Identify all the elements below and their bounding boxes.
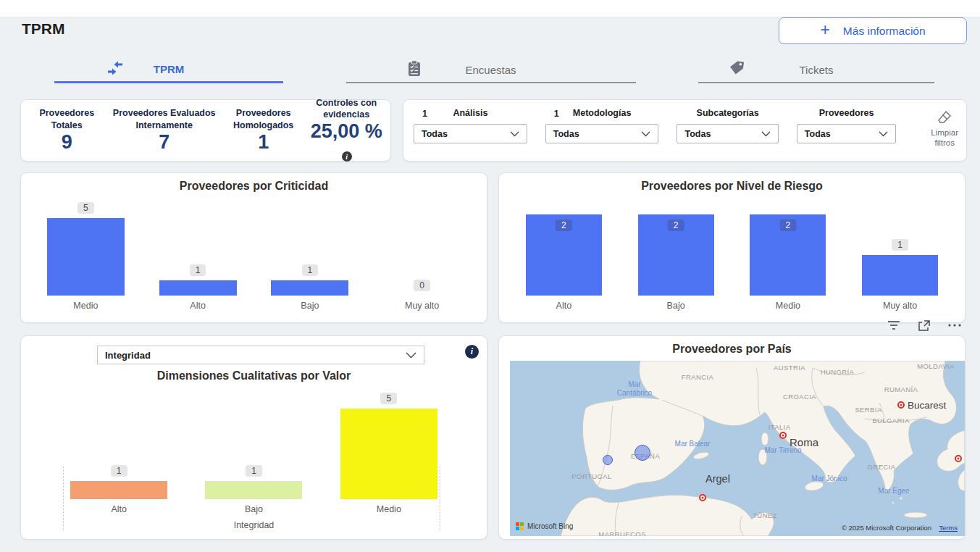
bar[interactable] [47, 218, 125, 296]
bar-data-label: 1 [190, 264, 206, 276]
chart-proveedores-pais: Proveedores por País [498, 335, 966, 540]
kpi-value: 1 [223, 132, 304, 154]
chart-title: Proveedores por País [499, 336, 965, 356]
axis-category-label: Bajo [301, 301, 319, 312]
tab-tprm-label: TPRM [154, 63, 185, 75]
axis-category-label: Alto [111, 504, 127, 516]
metodologias-dropdown[interactable]: Todas [545, 124, 659, 143]
kpi-label: Proveedores Evaluados Internamente [112, 107, 217, 131]
x-axis-title: Integridad [21, 520, 487, 530]
clear-filters-button[interactable]: Limpiar filtros [923, 108, 966, 161]
more-info-label: Más información [843, 25, 926, 38]
region-label: SERBIA [855, 406, 881, 414]
bar-data-label: 1 [111, 465, 127, 477]
sea-label: Mar Jónico [805, 474, 853, 483]
bar-plot: 5Medio1Alto1Bajo0Muy alto [30, 202, 478, 312]
bar-column: 1Alto [51, 465, 186, 516]
region-label: MOLDAVIA [917, 362, 955, 370]
bing-logo: Microsoft Bing [516, 522, 573, 530]
bar[interactable] [159, 280, 237, 296]
kpi-proveedores-evaluados: Proveedores Evaluados Internamente 7 [109, 107, 220, 153]
plus-icon: + [820, 22, 829, 38]
info-icon[interactable]: i [465, 345, 479, 359]
analisis-dropdown[interactable]: Todas [414, 124, 527, 143]
bar-data-label: 1 [246, 465, 262, 477]
dropdown-value: Todas [805, 129, 831, 139]
kpi-label: Proveedores Totales [28, 107, 106, 131]
city-label: Bucarest [908, 400, 946, 411]
region-label: MARRUECOS [598, 530, 645, 537]
chart-dimensiones-cualitativas: Integridad i Dimensiones Cualitativas po… [20, 335, 487, 540]
chevron-down-icon [406, 352, 416, 359]
info-icon[interactable]: i [342, 151, 352, 162]
bar-column: 1Muy alto [844, 239, 956, 312]
bar-data-label: 1 [302, 264, 319, 276]
city-label: Argel [705, 473, 730, 485]
chevron-down-icon [879, 131, 888, 137]
flow-icon [106, 60, 124, 79]
bing-map[interactable]: Mar CantábricoMar BalearMar TirrenoMar J… [510, 361, 965, 536]
region-label: GRECIA [868, 463, 896, 471]
sea-label: Mar Balear [669, 440, 716, 448]
bar[interactable]: 2 [750, 214, 826, 296]
chart-title: Proveedores por Nivel de Riesgo [499, 173, 965, 193]
terms-link[interactable]: Terms [939, 524, 958, 532]
axis-category-label: Muy alto [405, 301, 439, 312]
city-marker [897, 401, 905, 409]
bar-column: 0Muy alto [366, 280, 478, 312]
axis-category-label: Bajo [245, 504, 263, 516]
more-options-button[interactable] [945, 317, 964, 334]
bar[interactable] [70, 481, 167, 499]
kpi-proveedores-homologados: Proveedores Homologados 1 [220, 107, 307, 153]
chevron-down-icon [761, 131, 771, 137]
chart-proveedores-nivel-riesgo: Proveedores por Nivel de Riesgo 2Alto2Ba… [498, 172, 966, 323]
focus-mode-button[interactable] [915, 317, 934, 334]
sea-label: Mar Egeo [870, 487, 918, 495]
bar-column: 2Bajo [620, 214, 732, 312]
subcategorias-dropdown[interactable]: Todas [677, 124, 778, 143]
filter-group-metodologias: 1 Metodologías Todas [545, 108, 659, 161]
bar[interactable] [340, 409, 437, 499]
bar[interactable]: 2 [638, 214, 714, 296]
bar-plot: 2Alto2Bajo2Medio1Muy alto [508, 214, 956, 312]
proveedores-dropdown[interactable]: Todas [797, 124, 897, 143]
visual-hover-toolbar [884, 317, 964, 334]
filter-count: 1 [422, 109, 427, 119]
dropdown-value: Todas [422, 129, 448, 139]
filter-label: Subcategorías [697, 108, 759, 118]
filter-group-proveedores: Proveedores Todas [797, 108, 897, 161]
tab-encuestas[interactable]: Encuestas [346, 57, 636, 83]
bar-data-label: 5 [380, 393, 397, 404]
filter-group-subcategorias: Subcategorías Todas [677, 108, 778, 161]
bar[interactable] [205, 481, 302, 499]
chart-title: Proveedores por Criticidad [21, 173, 487, 193]
clear-filters-label: Limpiar filtros [931, 128, 958, 147]
data-bubble[interactable] [603, 455, 613, 465]
tab-tprm[interactable]: TPRM [54, 57, 283, 83]
tab-tickets[interactable]: Tickets [698, 57, 934, 83]
data-bubble[interactable] [635, 445, 650, 461]
dimension-slicer-dropdown[interactable]: Integridad [97, 346, 424, 364]
bar-data-label: 2 [668, 219, 684, 231]
axis-category-label: Medio [73, 301, 98, 312]
slicer-value: Integridad [105, 350, 151, 361]
bar[interactable] [862, 255, 938, 296]
region-label: FRANCIA [682, 373, 714, 381]
axis-category-label: Alto [556, 301, 572, 312]
bar-column: 1Bajo [254, 264, 367, 312]
bar[interactable]: 2 [526, 214, 602, 296]
chart-proveedores-criticidad: Proveedores por Criticidad 5Medio1Alto1B… [20, 172, 487, 323]
bar-data-label: 2 [556, 219, 572, 231]
kpi-value: 25,00 %i [309, 121, 383, 164]
kpi-value: 9 [28, 132, 106, 154]
bar-data-label: 0 [414, 280, 430, 291]
filter-icon-button[interactable] [884, 317, 903, 334]
axis-category-label: Medio [377, 504, 401, 516]
filter-card: 1 Análisis Todas 1 Metodologías Todas Su… [403, 99, 967, 162]
region-label: TÚNEZ [753, 511, 777, 519]
kpi-label: Proveedores Homologados [223, 107, 304, 131]
more-info-button[interactable]: + Más información [779, 17, 967, 44]
bar[interactable] [271, 280, 348, 296]
dropdown-value: Todas [553, 129, 579, 139]
axis-category-label: Muy alto [883, 301, 917, 312]
